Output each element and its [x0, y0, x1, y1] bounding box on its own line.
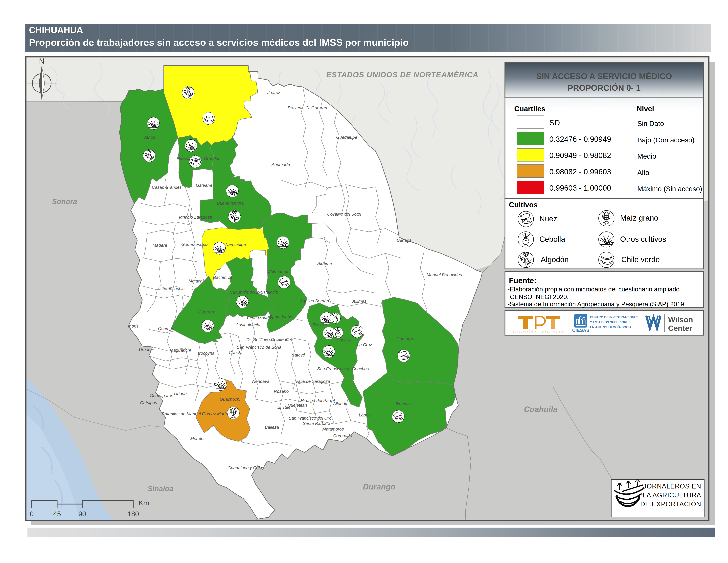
svg-text:Julimes: Julimes — [352, 299, 366, 304]
svg-text:San Francisco de Conchos: San Francisco de Conchos — [317, 366, 369, 371]
svg-text:Carichí: Carichí — [229, 350, 243, 355]
svg-text:Medio: Medio — [637, 152, 656, 160]
svg-text:Uruachi: Uruachi — [139, 347, 154, 352]
svg-text:Sonora: Sonora — [52, 197, 77, 205]
svg-text:Cuartiles: Cuartiles — [514, 105, 545, 113]
svg-text:Gómez Farías: Gómez Farías — [181, 242, 209, 247]
svg-text:Rosales: Rosales — [313, 322, 328, 327]
svg-text:Sinaloa: Sinaloa — [148, 485, 174, 493]
svg-text:Rosario: Rosario — [274, 389, 289, 394]
svg-text:Moris: Moris — [128, 324, 138, 329]
svg-text:0.90949 - 0.98082: 0.90949 - 0.98082 — [549, 151, 611, 160]
svg-text:Nuez: Nuez — [539, 214, 557, 223]
svg-text:Alto: Alto — [637, 169, 649, 176]
svg-text:Jiménez: Jiménez — [395, 401, 411, 406]
svg-text:45: 45 — [53, 510, 61, 518]
svg-text:Saucillo: Saucillo — [337, 338, 352, 343]
svg-text:-Sistema de Información Agrope: -Sistema de Información Agropecuaria y P… — [508, 301, 684, 308]
svg-text:SD: SD — [549, 118, 560, 127]
svg-text:Galeana: Galeana — [196, 183, 212, 188]
svg-text:Aldama: Aldama — [317, 261, 332, 266]
svg-text:Juárez: Juárez — [267, 90, 280, 95]
svg-text:Guerrero: Guerrero — [198, 310, 215, 315]
svg-text:Chínipas: Chínipas — [140, 400, 157, 405]
svg-text:Coronado: Coronado — [333, 433, 352, 438]
svg-text:90: 90 — [78, 510, 86, 518]
svg-text:Balleza: Balleza — [265, 425, 279, 430]
svg-text:Camargo: Camargo — [397, 336, 414, 341]
svg-text:Chihuahua: Chihuahua — [268, 269, 288, 274]
svg-text:Praxedis G. Guerrero: Praxedis G. Guerrero — [288, 105, 328, 110]
svg-text:Matamoros: Matamoros — [322, 427, 344, 432]
svg-text:Ignacio Zaragoza: Ignacio Zaragoza — [179, 214, 212, 219]
svg-text:Ocampo: Ocampo — [158, 326, 174, 331]
svg-text:Manuel Benavides: Manuel Benavides — [427, 272, 462, 277]
svg-text:Matachí: Matachí — [188, 278, 204, 284]
svg-text:Allende: Allende — [333, 401, 347, 406]
svg-text:Nivel: Nivel — [637, 105, 654, 113]
svg-text:-Elaboración propia con microd: -Elaboración propia con microdatos del c… — [508, 286, 680, 293]
svg-text:Cuauhtémoc: Cuauhtémoc — [230, 290, 254, 295]
svg-text:Cebolla: Cebolla — [539, 235, 565, 243]
svg-text:Nonoava: Nonoava — [252, 379, 269, 384]
svg-text:Guachochi: Guachochi — [220, 397, 241, 402]
svg-text:Bocoyna: Bocoyna — [198, 351, 214, 356]
svg-text:0.99603 - 1.00000: 0.99603 - 1.00000 — [549, 184, 611, 192]
svg-text:Sin Dato: Sin Dato — [637, 120, 664, 127]
svg-text:San Francisco de Borja: San Francisco de Borja — [237, 345, 281, 350]
svg-text:N: N — [39, 57, 44, 65]
svg-text:DE EXPORTACIÓN: DE EXPORTACIÓN — [640, 500, 701, 508]
svg-text:Coyame del Sotol: Coyame del Sotol — [327, 211, 361, 216]
svg-text:Hidalgo del Parral: Hidalgo del Parral — [301, 398, 335, 403]
svg-text:Algodón: Algodón — [541, 255, 569, 264]
svg-text:Valle de Zaragoza: Valle de Zaragoza — [295, 379, 330, 384]
svg-text:ESTADOS UNIDOS DE NORTEAMÉRICA: ESTADOS UNIDOS DE NORTEAMÉRICA — [326, 70, 478, 79]
svg-text:Madera: Madera — [153, 243, 167, 248]
svg-text:CENTRO DE INVESTIGACIONES: CENTRO DE INVESTIGACIONES — [590, 316, 638, 319]
svg-text:0.98082 - 0.99603: 0.98082 - 0.99603 — [549, 167, 611, 176]
svg-text:La Cruz: La Cruz — [357, 342, 372, 347]
svg-text:Batopilas de Manuel Gómez Morí: Batopilas de Manuel Gómez Morín — [162, 411, 228, 416]
svg-text:Santa Isabel: Santa Isabel — [269, 314, 294, 319]
svg-text:Guadalupe y Calvo: Guadalupe y Calvo — [227, 465, 264, 470]
svg-text:Guazapares: Guazapares — [150, 393, 173, 398]
svg-text:EN ANTROPOLOGÍA SOCIAL: EN ANTROPOLOGÍA SOCIAL — [590, 326, 634, 329]
svg-text:Huejotitán: Huejotitán — [288, 403, 307, 408]
svg-text:Coahuila: Coahuila — [524, 405, 558, 414]
svg-text:Durango: Durango — [363, 482, 395, 491]
svg-text:Temósachic: Temósachic — [162, 286, 184, 291]
svg-text:180: 180 — [127, 510, 139, 518]
svg-text:Buenaventura: Buenaventura — [217, 201, 244, 206]
svg-text:Fuente:: Fuente: — [509, 276, 536, 285]
svg-text:Santa Bárbara: Santa Bárbara — [303, 421, 330, 426]
svg-text:Morelos: Morelos — [190, 436, 205, 441]
svg-text:Bajo (Con acceso): Bajo (Con acceso) — [637, 136, 695, 144]
svg-text:Guadalupe: Guadalupe — [336, 135, 357, 140]
svg-text:Urique: Urique — [174, 391, 187, 396]
svg-text:López: López — [359, 413, 371, 418]
svg-text:Bachíniva: Bachíniva — [213, 275, 232, 280]
svg-text:Namiquipa: Namiquipa — [225, 242, 246, 247]
svg-text:Ahumada: Ahumada — [271, 162, 290, 167]
svg-text:Cusihuiriachi: Cusihuiriachi — [236, 323, 260, 328]
svg-text:Dr. Belisario Domínguez: Dr. Belisario Domínguez — [247, 337, 293, 342]
svg-text:Y ESTUDIOS SUPERIORES: Y ESTUDIOS SUPERIORES — [590, 321, 631, 324]
svg-text:Aquiles Serdán: Aquiles Serdán — [299, 299, 329, 304]
svg-text:SIN ACCESO A SERVICIO MÉDICO: SIN ACCESO A SERVICIO MÉDICO — [536, 72, 672, 81]
svg-text:Otros cultivos: Otros cultivos — [620, 235, 666, 243]
svg-text:EVALUACIÓN Y PROYECTOS S.C.: EVALUACIÓN Y PROYECTOS S.C. — [512, 330, 566, 333]
svg-text:PROPORCIÓN 0- 1: PROPORCIÓN 0- 1 — [568, 83, 641, 93]
svg-text:San Francisco del Oro: San Francisco del Oro — [289, 416, 332, 421]
svg-text:Maguarichi: Maguarichi — [170, 348, 191, 353]
svg-text:Km: Km — [139, 499, 149, 507]
svg-text:Maíz grano: Maíz grano — [620, 213, 658, 222]
svg-text:Satevó: Satevó — [292, 353, 305, 358]
svg-text:0: 0 — [30, 510, 34, 518]
svg-text:CIESAS: CIESAS — [572, 328, 589, 333]
svg-text:Janos: Janos — [143, 135, 155, 140]
svg-text:CENSO INEGI 2020.: CENSO INEGI 2020. — [510, 294, 569, 301]
svg-text:Wilson: Wilson — [668, 315, 693, 324]
svg-text:LA AGRICULTURA: LA AGRICULTURA — [643, 492, 701, 499]
svg-text:Riva Palacio: Riva Palacio — [254, 290, 278, 295]
svg-text:Cultivos: Cultivos — [509, 201, 538, 209]
